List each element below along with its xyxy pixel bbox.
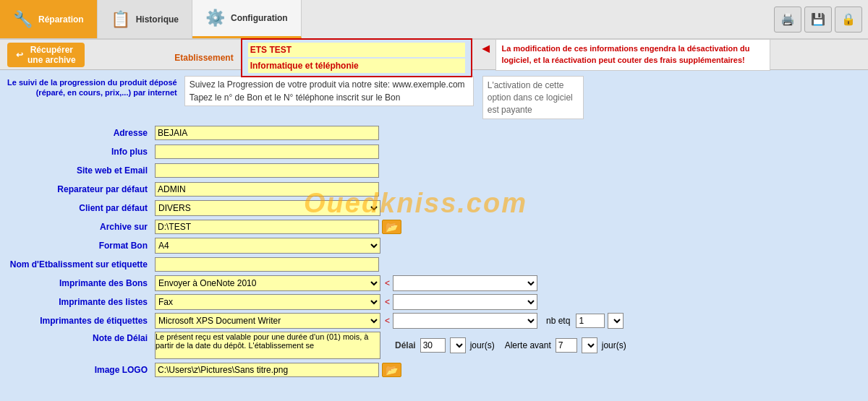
main-content: Le suivi de la progression du produit dé… (0, 70, 868, 384)
client-select[interactable]: DIVERS (155, 200, 380, 216)
client-row: Client par défaut DIVERS (7, 200, 861, 216)
imprimante-bons-row: Imprimante des Bons Envoyer à OneNote 20… (7, 275, 861, 291)
imprimante-bons-select2[interactable] (393, 275, 537, 291)
form-section: Le suivi de la progression du produit dé… (7, 76, 861, 378)
siteweb-input[interactable] (155, 163, 379, 178)
tracking-line2: Tapez le n° de Bon et le N° téléphone in… (190, 92, 469, 103)
archive-button[interactable]: ↩ Récupérer une archive (7, 43, 85, 67)
reparateur-input[interactable] (155, 182, 379, 197)
imprimante-listes-row: Imprimante des listes Fax < (7, 294, 861, 310)
imprimante-bons-label: Imprimante des Bons (7, 278, 152, 288)
nav-historique[interactable]: 📋 Historique (98, 0, 192, 38)
nom-etab-input[interactable] (155, 257, 379, 272)
jour2-label: jour(s) (602, 340, 626, 350)
book-icon: 📋 (111, 10, 130, 29)
imprimante-listes-select[interactable]: Fax (155, 294, 380, 310)
nb-etq-select[interactable] (608, 313, 624, 329)
note-delai-label: Note de Délai (7, 332, 152, 343)
nav-btn-1[interactable]: 🖨️ (774, 7, 801, 33)
tracking-label: Le suivi de la progression du produit dé… (7, 76, 182, 98)
tracking-box: Suivez la Progression de votre produit v… (184, 76, 474, 106)
imprimante-etiq-select[interactable]: Microsoft XPS Document Writer (155, 313, 380, 329)
adresse-row: Adresse (7, 125, 861, 141)
nom-etab-row: Nom d'Etbalissment sur etiquette (7, 256, 861, 272)
delai-input[interactable] (420, 338, 446, 353)
client-label: Client par défaut (7, 203, 152, 213)
adresse-label: Adresse (7, 128, 152, 138)
wrench-icon: 🔧 (13, 10, 33, 29)
imprimante-etiq-row: Imprimantes de étiquettes Microsoft XPS … (7, 313, 861, 329)
etablissement-label: Etablissement (93, 53, 238, 63)
delai-label: Délai (395, 340, 416, 350)
payante-text: L'activation de cette option dans ce log… (488, 80, 573, 115)
nav-btn-3[interactable]: 🔒 (835, 7, 862, 33)
top-navigation: 🔧 Réparation 📋 Historique ⚙️ Configurati… (0, 0, 868, 40)
imprimante-etiq-label: Imprimantes de étiquettes (7, 316, 152, 326)
etablissement-input[interactable] (248, 43, 465, 57)
imprimante-listes-select2[interactable] (393, 294, 537, 310)
imprimante-etiq-select2[interactable] (393, 313, 537, 329)
siteweb-label: Site web et Email (7, 165, 152, 176)
alerte-label: Alerte avant (505, 340, 551, 350)
archive-folder-btn[interactable]: 📂 (382, 220, 401, 234)
less-than-1: < (385, 278, 390, 288)
reparateur-row: Reparateur par défaut (7, 181, 861, 197)
image-logo-row: Image LOGO 📂 (7, 362, 861, 378)
imprimante-listes-label: Imprimante des listes (7, 297, 152, 307)
jour-label: jour(s) (470, 340, 495, 350)
nom-etab-label: Nom d'Etbalissment sur etiquette (7, 259, 152, 270)
etablissement-box (241, 38, 472, 77)
format-row: Format Bon A4 A5 (7, 238, 861, 254)
infoplus-input[interactable] (155, 145, 379, 159)
format-select[interactable]: A4 A5 (155, 238, 380, 254)
less-than-2: < (385, 297, 390, 307)
nb-etq-input[interactable] (576, 314, 605, 328)
infoplus-row: Info plus (7, 144, 861, 160)
reparateur-label: Reparateur par défaut (7, 184, 152, 194)
infoplus-label: Info plus (7, 147, 152, 157)
note-delai-textarea[interactable]: Le présent reçu est valable pour une dur… (155, 332, 380, 359)
nav-configuration[interactable]: ⚙️ Configuration (192, 0, 302, 38)
nav-reparation[interactable]: 🔧 Réparation (0, 0, 98, 38)
archive-sur-row: Archive sur 📂 (7, 219, 861, 235)
arrow-indicator: ◄ (480, 41, 493, 56)
less-than-3: < (385, 316, 390, 326)
undo-icon: ↩ (16, 50, 23, 60)
archive-btn-text: Récupérer une archive (27, 45, 76, 65)
image-logo-input[interactable] (155, 363, 379, 377)
warning-box: La modification de ces informations enge… (495, 38, 770, 71)
nav-reparation-label: Réparation (38, 14, 84, 25)
activite-input[interactable] (248, 59, 465, 73)
nb-etq-label: nb etq (546, 316, 570, 326)
format-label: Format Bon (7, 241, 152, 251)
note-delai-row: Note de Délai Le présent reçu est valabl… (7, 332, 861, 359)
tracking-row: Le suivi de la progression du produit dé… (7, 76, 861, 119)
archive-btn-label: Récupérer (30, 45, 73, 55)
imprimante-bons-select[interactable]: Envoyer à OneNote 2010 (155, 275, 380, 291)
archive-label: Archive sur (7, 222, 152, 232)
tracking-line1: Suivez la Progression de votre produit v… (190, 79, 469, 90)
nav-configuration-label: Configuration (231, 13, 288, 23)
adresse-input[interactable] (155, 126, 379, 140)
image-logo-label: Image LOGO (7, 365, 152, 375)
archive-input[interactable] (155, 220, 379, 234)
archive-btn-sub: une archive (27, 55, 76, 65)
warning-text: La modification de ces informations enge… (502, 44, 750, 64)
alerte-jour-select[interactable] (582, 337, 597, 353)
nav-right-buttons: 🖨️ 💾 🔒 (774, 0, 868, 38)
siteweb-row: Site web et Email (7, 163, 861, 178)
gear-icon: ⚙️ (205, 9, 225, 27)
delai-jour-select[interactable] (450, 337, 466, 353)
payante-box: L'activation de cette option dans ce log… (482, 76, 584, 119)
nav-historique-label: Historique (136, 14, 179, 25)
archive-bar: ↩ Récupérer une archive Etablissement Ac… (0, 40, 868, 70)
nav-btn-2[interactable]: 💾 (804, 7, 832, 33)
image-logo-folder-btn[interactable]: 📂 (382, 363, 401, 377)
alerte-input[interactable] (556, 338, 577, 353)
